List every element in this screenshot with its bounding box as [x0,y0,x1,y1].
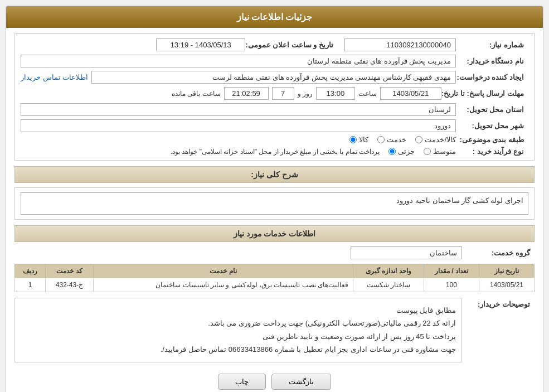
tabaqe-label: طبقه بندی موضوعی: [456,135,528,144]
sherh-label: شرح کلی نیاز: [251,170,298,179]
top-info-section: شماره نیاز: 1103092130000040 تاریخ و ساع… [14,33,535,161]
td-radif: 1 [15,278,46,292]
card-body: شماره نیاز: 1103092130000040 تاریخ و ساع… [6,28,543,392]
main-card: جزئیات اطلاعات نیاز شماره نیاز: 11030921… [6,6,543,392]
etalaat-link[interactable]: اطلاعات تماس خریدار [21,73,88,81]
row-edadkonnande: ایجاد کننده درخواست: مهدی فقیهی کارشناس … [21,71,528,84]
page-container: جزئیات اطلاعات نیاز شماره نیاز: 11030921… [0,0,549,392]
sherh-section-title: شرح کلی نیاز: [14,166,535,183]
th-kod: کد خدمت [46,264,93,278]
tabaqe-radio-group: کالا/خدمت خدمت کالا [349,135,456,144]
mohlat-rooz: 7 [272,87,294,100]
row-shomara-tarikh: شماره نیاز: 1103092130000040 تاریخ و ساع… [21,38,528,51]
radio-motavasset-label: متوسط [433,147,456,156]
row-mohlat: مهلت ارسال پاسخ: تا تاریخ: 1403/05/21 سا… [21,87,528,100]
tosihaat-line3: پرداخت تا 45 روز پس از ارائه صورت وضعیت … [21,330,456,343]
td-name: فعالیت‌های نصب تاسیسات برق، لوله‌کشی و س… [93,278,353,292]
radio-kala-khadamat-label: کالا/خدمت [425,135,456,144]
mohlat-row-inline: 1403/05/21 ساعت 13:00 روز و 7 21:02:59 س… [21,87,441,100]
sherh-section: اجرای لوله کشی گاز ساختمان ناحیه دورود [14,187,535,220]
th-tarikh: تاریخ نیاز [479,264,534,278]
edadKonnande-label: ایجاد کننده درخواست: [456,73,528,81]
grooh-value: ساختمان [351,246,462,259]
card-header: جزئیات اطلاعات نیاز [6,6,543,28]
page-title: جزئیات اطلاعات نیاز [237,12,313,22]
radio-motavasset-input[interactable] [424,148,431,155]
radio-jozi-input[interactable] [388,148,396,155]
grooh-label: گروه خدمت: [462,249,535,257]
services-table: تاریخ نیاز تعداد / مقدار واحد اندازه گیر… [14,264,535,292]
mohlat-remaining: 21:02:59 [224,87,269,100]
sherh-value: اجرای لوله کشی گاز ساختمان ناحیه دورود [21,192,528,215]
tarikh-value: 1403/05/13 - 13:19 [156,38,245,51]
mohlat-date: 1403/05/21 [380,87,441,100]
td-kod: ج-43-432 [46,278,93,292]
mohlat-saat-label: ساعت [358,90,377,98]
btn-bazgasht[interactable]: بازگشت [271,374,331,390]
td-tarikh: 1403/05/21 [479,278,534,292]
noefar-label: نوع فرآیند خرید : [456,147,528,156]
radio-khadamat-label: خدمت [387,135,406,144]
row-namdastgah: نام دستگاه خریدار: مدیریت پخش فرآورده ها… [21,55,528,67]
tosihaat-label: توصیحات خریدار: [462,298,535,308]
mohlat-label: مهلت ارسال پاسخ: تا تاریخ: [441,89,528,98]
shahr-label: شهر محل تحویل: [456,122,528,130]
services-section-title: اطلاعات خدمات مورد نیاز [14,225,535,242]
th-tedad: تعداد / مقدار [424,264,479,278]
row-tabaqe: طبقه بندی موضوعی: کالا/خدمت خدمت کالا [21,135,528,144]
edadKonnande-row-inline: مهدی فقیهی کارشناس مهندسی مدیریت پخش فرآ… [21,71,456,84]
tosihaat-line4: جهت مشاوره فنی در ساعات اداری بجز ایام ت… [21,343,456,356]
tosihaat-line1: مطابق فایل پیوست [21,304,456,317]
radio-khadamat[interactable]: خدمت [377,135,406,144]
radio-kala-input[interactable] [349,136,357,143]
radio-kala-khadamat-input[interactable] [415,136,422,143]
tosihaat-line2: ارائه کد 22 رقمی مالیاتی(صورتحساب الکترو… [21,317,456,330]
table-header-row: تاریخ نیاز تعداد / مقدار واحد اندازه گیر… [15,264,535,278]
radio-kala-khadamat[interactable]: کالا/خدمت [415,135,456,144]
mohlat-rooz-label: روز و [298,90,313,98]
row-grooh: گروه خدمت: ساختمان [14,246,535,259]
radio-khadamat-input[interactable] [377,136,385,143]
radio-kala-label: کالا [359,135,368,144]
row-noefar: نوع فرآیند خرید : متوسط جزئی [21,147,528,156]
row-tosihaat: توصیحات خریدار: مطابق فایل پیوست ارائه ک… [14,298,535,368]
th-name: نام خدمت [93,264,353,278]
radio-jozi-label: جزئی [398,147,415,156]
tarikh-label: تاریخ و ساعت اعلان عمومی: [245,41,333,49]
th-radif: ردیف [15,264,46,278]
noefar-desc: پرداخت تمام یا بخشی از مبلغ خریدار از مح… [171,148,380,156]
tosihaat-box: مطابق فایل پیوست ارائه کد 22 رقمی مالیات… [14,298,462,362]
radio-motavasset[interactable]: متوسط [424,147,456,156]
namDastgah-value: مدیریت پخش فرآورده های نفتی منطقه لرستان [21,55,456,67]
th-vahed: واحد اندازه گیری [353,264,424,278]
shomareNiaz-label: شماره نیاز: [456,41,528,49]
btn-chap[interactable]: چاپ [218,374,266,390]
td-tedad: 100 [424,278,479,292]
noefar-radio-group: متوسط جزئی [388,147,456,156]
td-vahed: ساختار شکست [353,278,424,292]
ostan-value: لرستان [21,103,456,116]
row-ostan: استان محل تحویل: لرستان [21,103,528,116]
namDastgah-label: نام دستگاه خریدار: [456,57,528,65]
noefar-row-inline: متوسط جزئی پرداخت تمام یا بخشی از مبلغ خ… [21,147,456,156]
edadKonnande-value: مهدی فقیهی کارشناس مهندسی مدیریت پخش فرآ… [91,71,456,84]
radio-kala[interactable]: کالا [349,135,368,144]
row-shahr: شهر محل تحویل: دورود [21,119,528,132]
button-row: بازگشت چاپ [14,374,535,390]
mohlat-remaining-label: ساعت باقی مانده [172,90,221,98]
mohlat-saat: 13:00 [316,87,355,100]
ostan-label: استان محل تحویل: [456,105,528,114]
table-row: 1403/05/21 100 ساختار شکست فعالیت‌های نص… [15,278,535,292]
shahr-value: دورود [21,119,456,132]
shomareNiaz-value: 1103092130000040 [344,38,456,51]
radio-jozi[interactable]: جزئی [388,147,415,156]
